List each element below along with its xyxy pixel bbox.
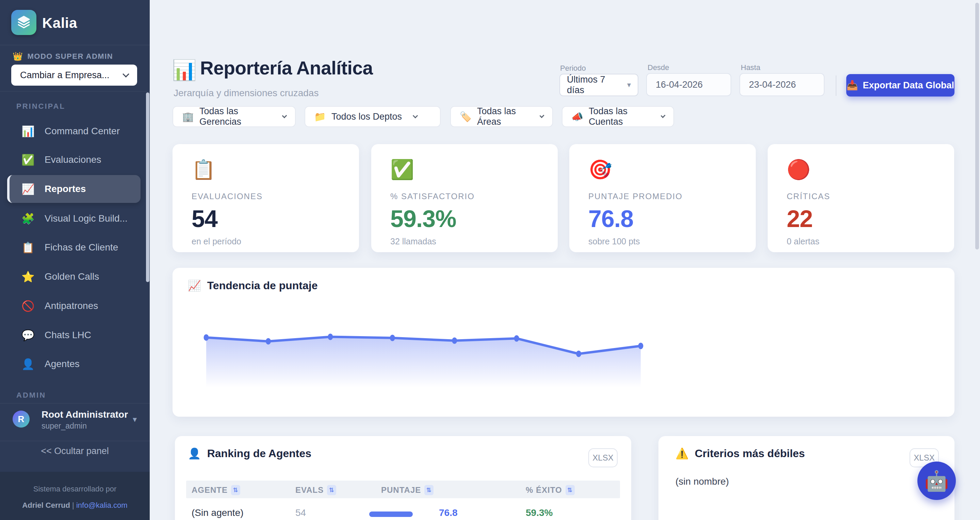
trend-point (514, 335, 519, 342)
kpi-card-puntaje-promedio: 🎯 PUNTAJE PROMEDIO 76.8 sobre 100 pts (569, 144, 756, 252)
office-building-icon: 🏢 (182, 111, 194, 122)
footer-credits: Adriel Cerrud | info@kalia.com (0, 501, 150, 510)
red-circle-icon: 🔴 (787, 159, 935, 180)
user-name: Root Administrator (41, 409, 128, 420)
trend-point (266, 338, 271, 345)
chevron-down-icon (539, 113, 544, 118)
criteria-empty-text: (sin nombre) (675, 476, 729, 487)
robot-icon: 🤖 (924, 469, 949, 493)
sort-icon[interactable]: ⇅ (327, 485, 336, 495)
trend-point (204, 335, 209, 341)
chevron-down-icon (660, 113, 665, 118)
super-admin-mode-label: 👑 MODO SUPER ADMIN (13, 52, 113, 61)
sidebar-item-evaluaciones[interactable]: ✅ Evaluaciones (7, 146, 140, 173)
criteria-card-title: ⚠️ Criterios más débiles (675, 447, 805, 460)
sidebar-divider (0, 441, 150, 441)
footer-author: Adriel Cerrud (22, 501, 70, 509)
avatar: R (13, 411, 30, 428)
check-icon: ✅ (390, 159, 539, 180)
column-header-evals[interactable]: EVALS ⇅ (295, 485, 336, 495)
kpi-subtext: en el período (192, 236, 340, 246)
bar-chart-icon: 📊 (21, 125, 34, 138)
trend-card: 📈 Tendencia de puntaje (172, 268, 955, 417)
kpi-subtext: 0 alertas (787, 236, 935, 246)
sort-icon[interactable]: ⇅ (231, 485, 240, 495)
sidebar-item-antipatrones[interactable]: 🚫 Antipatrones (7, 292, 140, 319)
person-icon: 👤 (188, 447, 201, 460)
chevron-down-icon (282, 113, 287, 118)
sidebar-item-visual-logic-builder[interactable]: 🧩 Visual Logic Build... (7, 205, 140, 232)
kpi-subtext: sobre 100 pts (588, 236, 737, 246)
kpi-label: PUNTAJE PROMEDIO (588, 192, 737, 201)
caret-down-icon: ▾ (627, 81, 631, 89)
date-to-label: Hasta (741, 63, 760, 72)
collapse-panel-button[interactable]: << Ocultar panel (0, 446, 150, 457)
caret-down-icon: ▾ (133, 415, 137, 424)
footer-email-link[interactable]: info@kalia.com (76, 501, 127, 509)
trend-area-fill (206, 337, 641, 396)
trend-point (390, 335, 395, 341)
sidebar-item-fichas-de-cliente[interactable]: 📋 Fichas de Cliente (7, 234, 140, 261)
sort-icon[interactable]: ⇅ (566, 485, 575, 495)
kpi-card-satisfactorio: ✅ % SATISFACTORIO 59.3% 32 llamadas (371, 144, 558, 252)
ranking-xlsx-export-button[interactable]: XLSX (588, 448, 617, 467)
page-scrollbar-thumb[interactable] (975, 3, 979, 249)
sidebar-item-golden-calls[interactable]: ⭐ Golden Calls (7, 263, 140, 290)
star-icon: ⭐ (21, 271, 34, 283)
user-role: super_admin (41, 422, 87, 431)
sidebar-divider (0, 403, 150, 403)
puntaje-progress-bar (369, 512, 413, 517)
column-header-puntaje[interactable]: PUNTAJE ⇅ (381, 485, 434, 495)
chart-increasing-icon: 📈 (21, 183, 34, 195)
kpi-value: 22 (787, 205, 935, 233)
folder-icon: 📁 (314, 111, 326, 122)
period-select[interactable]: Últimos 7 días ▾ (559, 74, 638, 96)
kpi-value: 76.8 (588, 205, 737, 233)
date-from-input[interactable] (646, 73, 731, 96)
chatbot-button[interactable]: 🤖 (917, 461, 956, 500)
sidebar-item-chats-lhc[interactable]: 💬 Chats LHC (7, 322, 140, 349)
sidebar-scrollbar-thumb[interactable] (146, 92, 150, 282)
user-menu[interactable]: R Root Administrator super_admin ▾ (0, 409, 150, 436)
kpi-card-criticas: 🔴 CRÍTICAS 22 0 alertas (768, 144, 954, 252)
cell-exito: 59.3% (526, 507, 553, 518)
kpi-card-evaluaciones: 📋 EVALUACIONES 54 en el período (172, 144, 359, 252)
date-from-label: Desde (648, 63, 669, 72)
sidebar: Kalia 👑 MODO SUPER ADMIN Cambiar a Empre… (0, 0, 150, 520)
trend-point (638, 342, 643, 349)
date-to-input[interactable] (740, 73, 824, 96)
sort-icon[interactable]: ⇅ (424, 485, 434, 495)
clipboard-icon: 📋 (192, 159, 340, 180)
trend-point (328, 334, 333, 340)
trend-point (576, 351, 581, 357)
column-header-agente[interactable]: AGENTE ⇅ (192, 485, 240, 495)
clipboard-icon: 📋 (21, 241, 34, 254)
section-label-admin: ADMIN (16, 391, 46, 400)
page-title: Reportería Analítica (200, 57, 373, 79)
filter-gerencias[interactable]: 🏢 Todas las Gerencias (172, 106, 296, 127)
kpi-label: EVALUACIONES (192, 192, 340, 201)
kalia-logo (11, 10, 37, 35)
sidebar-item-reportes[interactable]: 📈 Reportes (7, 175, 140, 203)
sidebar-item-command-center[interactable]: 📊 Command Center (7, 117, 140, 145)
ranking-table-header: AGENTE ⇅ EVALS ⇅ PUNTAJE ⇅ % ÉXITO ⇅ (186, 480, 620, 498)
prohibited-icon: 🚫 (21, 300, 34, 312)
sidebar-item-agentes[interactable]: 👤 Agentes (7, 350, 140, 377)
label-tag-icon: 🏷️ (460, 111, 472, 122)
kpi-value: 59.3% (390, 205, 539, 233)
column-header-exito[interactable]: % ÉXITO ⇅ (526, 485, 575, 495)
criterios-debiles-card: ⚠️ Criterios más débiles XLSX (sin nombr… (659, 436, 955, 520)
filter-cuentas[interactable]: 📣 Todas las Cuentas (562, 106, 674, 127)
filter-areas[interactable]: 🏷️ Todas las Áreas (450, 106, 553, 127)
export-global-data-button[interactable]: 📥 Exportar Data Global (846, 74, 955, 97)
footer-line1: Sistema desarrollado por (0, 485, 150, 493)
chevron-down-icon (123, 71, 129, 78)
filter-deptos[interactable]: 📁 Todos los Deptos (305, 106, 441, 127)
ranking-agentes-card: 👤 Ranking de Agentes XLSX AGENTE ⇅ EVALS… (175, 436, 631, 520)
person-icon: 👤 (21, 358, 34, 371)
period-label: Periodo (560, 64, 586, 73)
company-select[interactable]: Cambiar a Empresa... (11, 65, 137, 86)
app-title: Kalia (42, 15, 77, 31)
sidebar-header: Kalia (0, 0, 150, 45)
header-divider (836, 75, 837, 96)
